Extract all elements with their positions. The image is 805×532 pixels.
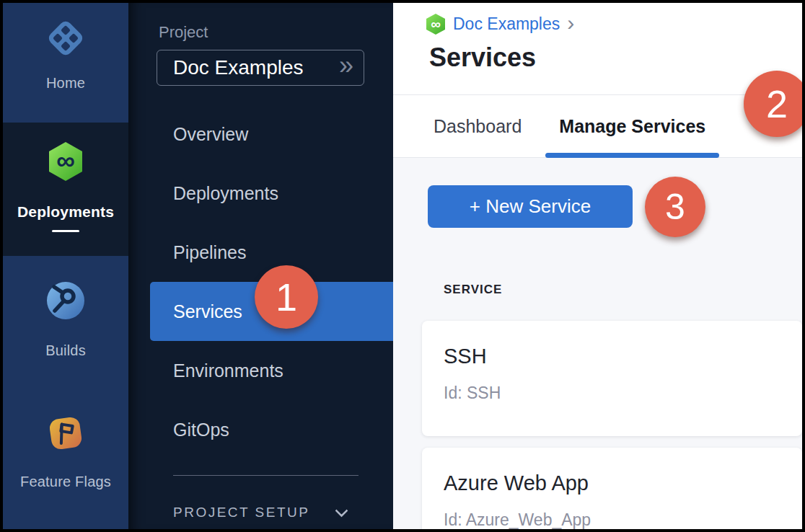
project-sidebar: Project Doc Examples » Overview Deployme… (128, 3, 393, 529)
menu-item-deployments[interactable]: Deployments (128, 164, 393, 223)
sidebar-item-builds[interactable]: Builds (3, 256, 128, 393)
sidebar-item-feature-flags[interactable]: Feature Flags (3, 393, 128, 529)
service-id: Id: Azure_Web_App (444, 510, 780, 529)
feature-flags-icon (45, 413, 86, 456)
builds-icon (45, 280, 86, 324)
menu-item-gitops[interactable]: GitOps (128, 400, 393, 459)
service-card-azure-web-app[interactable]: Azure Web App Id: Azure_Web_App (422, 448, 802, 529)
infinity-glyph: ∞ (431, 17, 441, 32)
tab-manage-services[interactable]: Manage Services (545, 95, 719, 157)
project-label: Project (159, 23, 393, 42)
double-chevron-right-icon: » (339, 66, 353, 70)
cd-module-icon: ∞ (426, 13, 446, 35)
service-id: Id: SSH (444, 384, 780, 403)
annotation-circle-2: 2 (744, 71, 805, 137)
sidebar-item-label: Builds (45, 342, 86, 359)
manage-services-panel: + New Service SERVICE SSH Id: SSH Azure … (393, 158, 802, 529)
breadcrumb-link-project[interactable]: Doc Examples (453, 14, 560, 34)
page-header: ∞ Doc Examples › Services (393, 3, 802, 94)
project-setup-toggle[interactable]: PROJECT SETUP (173, 505, 393, 520)
project-name: Doc Examples (173, 56, 304, 79)
service-name: Azure Web App (444, 471, 780, 495)
active-module-underline (52, 230, 79, 232)
service-name: SSH (444, 345, 780, 368)
page-title: Services (429, 43, 802, 73)
module-sidebar: Home ∞ Deployments (3, 3, 128, 529)
infinity-glyph: ∞ (56, 146, 75, 175)
sidebar-divider (173, 475, 358, 476)
breadcrumb-chevron-icon: › (567, 16, 574, 33)
new-service-button[interactable]: + New Service (428, 185, 633, 228)
service-card-ssh[interactable]: SSH Id: SSH (422, 321, 802, 436)
sidebar-item-deployments[interactable]: ∞ Deployments (3, 123, 128, 256)
annotation-circle-1: 1 (255, 265, 318, 329)
project-selector[interactable]: Doc Examples » (157, 50, 364, 86)
sidebar-item-label: Feature Flags (20, 474, 111, 490)
app-window: Home ∞ Deployments (0, 0, 805, 532)
project-setup-label: PROJECT SETUP (173, 505, 309, 520)
annotation-circle-3: 3 (645, 177, 705, 237)
chevron-down-icon (335, 504, 348, 517)
service-list-header: SERVICE (444, 283, 802, 297)
menu-item-environments[interactable]: Environments (128, 341, 393, 400)
menu-item-overview[interactable]: Overview (128, 105, 393, 164)
breadcrumb: ∞ Doc Examples › (426, 13, 802, 35)
menu-item-pipelines[interactable]: Pipelines (128, 223, 393, 282)
sidebar-item-label: Home (46, 75, 85, 92)
sidebar-item-home[interactable]: Home (3, 3, 128, 123)
sidebar-item-label: Deployments (17, 203, 114, 221)
deployments-icon: ∞ (47, 141, 84, 185)
home-icon (45, 18, 86, 61)
tab-bar: Dashboard Manage Services (393, 94, 802, 158)
main-area: ∞ Doc Examples › Services Dashboard Mana… (393, 3, 802, 529)
tab-dashboard[interactable]: Dashboard (420, 95, 535, 157)
